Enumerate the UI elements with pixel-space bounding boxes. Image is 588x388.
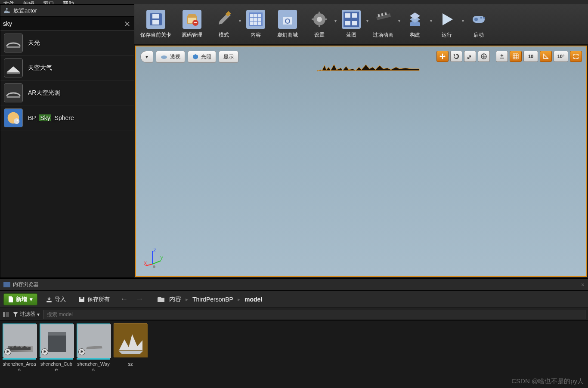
skylight-icon <box>4 34 23 52</box>
actor-item-sky-atmosphere[interactable]: 天空大气 <box>0 55 134 80</box>
filter-icon <box>13 312 18 317</box>
menu-help[interactable]: 帮助 <box>63 0 74 4</box>
svg-rect-34 <box>312 18 315 20</box>
asset-thumbnail <box>114 323 147 357</box>
settings-button[interactable]: 设置▾ <box>306 9 332 40</box>
actor-item-bp-sky-sphere[interactable]: BP_Sky_Sphere <box>0 105 134 130</box>
launch-button[interactable]: 启动 <box>466 9 492 40</box>
breadcrumb-current[interactable]: model <box>244 296 262 303</box>
main-toolbar: 保存当前关卡 源码管理 模式▾ 内容 虚幻商城 设置▾ 蓝图▾ 过场动画▾ 构建… <box>134 4 588 45</box>
blueprints-button[interactable]: 蓝图▾ <box>338 9 364 40</box>
modes-button[interactable]: 模式▾ <box>211 9 237 40</box>
asset-thumbnail: ✱ <box>3 323 36 357</box>
content-browser-tab[interactable]: 内容浏览器 × <box>0 279 588 291</box>
add-new-button[interactable]: 新增 ▾ <box>3 293 37 305</box>
lighting-button[interactable]: 光照 <box>188 51 216 63</box>
clear-search-icon[interactable]: ✕ <box>123 19 131 28</box>
asset-thumbnail: ✱ <box>77 323 110 357</box>
chevron-down-icon: ▾ <box>334 18 337 23</box>
svg-rect-2 <box>7 46 20 48</box>
asset-item[interactable]: ✱ shenzhen_Ways <box>77 323 110 373</box>
ar-skylight-icon <box>4 83 23 102</box>
save-all-button[interactable]: 保存所有 <box>74 293 114 305</box>
actor-item-ar-skylight[interactable]: AR天空光照 <box>0 80 134 105</box>
actor-label: 天光 <box>28 39 40 47</box>
save-button[interactable]: 保存当前关卡 <box>139 9 173 40</box>
svg-rect-47 <box>480 17 482 18</box>
angle-snap-button[interactable] <box>540 51 552 62</box>
grid-snap-value[interactable]: 10 <box>523 51 538 62</box>
cinematics-button[interactable]: 过场动画▾ <box>370 9 396 40</box>
asset-label: sz <box>114 361 147 367</box>
asset-grid: ✱ shenzhen_Areas ✱ shenzhen_Cube ✱ shenz… <box>0 321 588 388</box>
breadcrumb-folder[interactable]: ThirdPersonBP <box>192 296 233 303</box>
chevron-down-icon: ▾ <box>462 18 464 23</box>
svg-rect-13 <box>152 20 159 25</box>
sources-panel-icon[interactable] <box>3 311 9 317</box>
asset-type-badge: ✱ <box>78 348 85 355</box>
content-button[interactable]: 内容 <box>243 9 269 40</box>
content-browser-toolbar: 新增 ▾ 导入 保存所有 ← → 内容 ▸ ThirdPersonBP ▸ mo… <box>0 291 588 308</box>
svg-rect-22 <box>250 18 254 21</box>
perspective-button[interactable]: 透视 <box>156 51 185 63</box>
sky-sphere-icon <box>4 108 23 127</box>
place-actors-tab[interactable]: 放置actor <box>0 5 134 17</box>
search-input[interactable] <box>3 20 123 27</box>
world-local-button[interactable] <box>478 51 490 62</box>
svg-point-0 <box>6 8 8 9</box>
menu-window[interactable]: 窗口 <box>43 0 54 4</box>
svg-point-57 <box>153 265 155 268</box>
svg-rect-20 <box>254 14 257 17</box>
nav-forward-button[interactable]: → <box>134 295 145 304</box>
scale-gizmo-button[interactable] <box>464 51 476 62</box>
viewport-options-button[interactable]: ▾ <box>140 51 153 63</box>
marketplace-button[interactable]: 虚幻商城 <box>275 9 300 40</box>
folder-grid-icon <box>3 282 10 287</box>
svg-rect-35 <box>324 18 327 20</box>
actor-item-skylight[interactable]: 天光 <box>0 31 134 55</box>
content-search-input[interactable] <box>43 310 585 319</box>
menu-file[interactable]: 文件 <box>3 0 15 4</box>
angle-snap-value[interactable]: 10° <box>554 51 568 62</box>
svg-rect-27 <box>258 22 261 25</box>
menu-bar: 文件 编辑 窗口 帮助 <box>0 0 588 4</box>
chevron-down-icon: ▾ <box>30 296 33 302</box>
viewport-toolbar-left: ▾ 透视 光照 显示 <box>140 51 238 63</box>
menu-edit[interactable]: 编辑 <box>23 0 34 4</box>
build-button[interactable]: 构建▾ <box>402 9 428 40</box>
surface-snap-button[interactable] <box>496 51 508 62</box>
breadcrumb-root[interactable]: 内容 <box>169 296 181 303</box>
watermark: CSDN @啥也不是的py人 <box>511 377 584 385</box>
source-control-button[interactable]: 源码管理 <box>179 9 205 40</box>
asset-type-badge: ✱ <box>41 348 48 355</box>
filter-row: 过滤器 ▾ <box>0 308 588 321</box>
svg-point-9 <box>14 118 19 123</box>
asset-item[interactable]: ✱ shenzhen_Areas <box>3 323 36 373</box>
content-browser: 内容浏览器 × 新增 ▾ 导入 保存所有 ← → 内容 ▸ ThirdPerso… <box>0 278 588 388</box>
chevron-down-icon: ▾ <box>430 18 432 23</box>
svg-line-53 <box>152 261 161 264</box>
svg-point-31 <box>317 17 322 22</box>
maximize-viewport-button[interactable] <box>570 51 582 62</box>
svg-rect-39 <box>345 21 350 25</box>
cloud-icon <box>161 54 167 59</box>
actor-label: AR天空光照 <box>28 89 60 97</box>
filters-button[interactable]: 过滤器 ▾ <box>13 311 40 318</box>
search-row: ✕ <box>0 17 134 31</box>
folder-icon <box>157 296 165 302</box>
grid-snap-button[interactable] <box>510 51 522 62</box>
translate-gizmo-button[interactable] <box>436 51 449 62</box>
asset-item[interactable]: ✱ shenzhen_Cube <box>40 323 73 373</box>
svg-rect-24 <box>258 18 261 21</box>
chevron-down-icon: ▾ <box>239 18 241 23</box>
play-button[interactable]: 运行▾ <box>434 9 460 40</box>
import-button[interactable]: 导入 <box>42 293 70 305</box>
asset-item[interactable]: sz <box>114 323 147 367</box>
rotate-gizmo-button[interactable] <box>450 51 462 62</box>
show-button[interactable]: 显示 <box>219 51 238 63</box>
svg-rect-23 <box>254 18 257 21</box>
svg-rect-12 <box>152 14 159 18</box>
nav-back-button[interactable]: ← <box>118 295 130 304</box>
viewport[interactable]: ▾ 透视 光照 显示 10 10° <box>135 46 587 277</box>
close-tab-icon[interactable]: × <box>581 281 585 288</box>
